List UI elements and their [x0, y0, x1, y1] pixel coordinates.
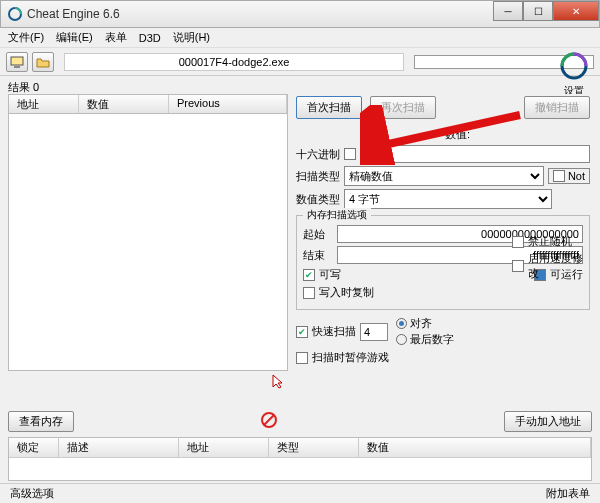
- bcol-desc[interactable]: 描述: [59, 438, 179, 457]
- menu-edit[interactable]: 编辑(E): [56, 30, 93, 45]
- speedhack-checkbox[interactable]: [512, 260, 524, 272]
- writable-label: 可写: [319, 267, 341, 282]
- bcol-lock[interactable]: 锁定: [9, 438, 59, 457]
- scan-type-select[interactable]: 精确数值: [344, 166, 544, 186]
- results-body[interactable]: [8, 114, 288, 371]
- value-input[interactable]: [360, 145, 590, 163]
- menubar: 文件(F) 编辑(E) 表单 D3D 说明(H): [0, 28, 600, 48]
- first-scan-button[interactable]: 首次扫描: [296, 96, 362, 119]
- titlebar: Cheat Engine 6.6 ─ ☐ ✕: [0, 0, 600, 28]
- folder-icon: [36, 55, 50, 69]
- bcol-type[interactable]: 类型: [269, 438, 359, 457]
- memory-scan-label: 内存扫描选项: [303, 208, 371, 222]
- col-previous[interactable]: Previous: [169, 95, 287, 113]
- maximize-button[interactable]: ☐: [523, 1, 553, 21]
- toolbar: 000017F4-dodge2.exe: [0, 48, 600, 76]
- open-file-button[interactable]: [32, 52, 54, 72]
- computer-icon: [10, 55, 24, 69]
- last-digits-label: 最后数字: [410, 332, 454, 347]
- address-list[interactable]: 锁定 描述 地址 类型 数值: [8, 437, 592, 481]
- table-extras[interactable]: 附加表单: [546, 486, 590, 501]
- no-random-checkbox[interactable]: [512, 236, 524, 248]
- writable-checkbox[interactable]: [303, 269, 315, 281]
- advanced-options[interactable]: 高级选项: [10, 486, 54, 501]
- pointer-icon[interactable]: [270, 373, 286, 391]
- last-digits-radio[interactable]: [396, 334, 407, 345]
- pause-checkbox[interactable]: [296, 352, 308, 364]
- start-label: 起始: [303, 227, 333, 242]
- no-entry-icon[interactable]: [260, 411, 278, 431]
- cow-checkbox[interactable]: [303, 287, 315, 299]
- add-address-button[interactable]: 手动加入地址: [504, 411, 592, 432]
- results-header: 地址 数值 Previous: [8, 94, 288, 114]
- menu-d3d[interactable]: D3D: [139, 32, 161, 44]
- view-memory-button[interactable]: 查看内存: [8, 411, 74, 432]
- open-process-button[interactable]: [6, 52, 28, 72]
- menu-table[interactable]: 表单: [105, 30, 127, 45]
- settings-logo[interactable]: 设置: [556, 50, 592, 98]
- window-title: Cheat Engine 6.6: [27, 7, 120, 21]
- svg-rect-1: [11, 57, 23, 65]
- hex-label: 十六进制: [296, 147, 340, 162]
- ce-logo-icon: [558, 50, 590, 82]
- value-type-select[interactable]: 4 字节: [344, 189, 552, 209]
- align-radio[interactable]: [396, 318, 407, 329]
- fast-scan-checkbox[interactable]: [296, 326, 308, 338]
- app-icon: [7, 6, 23, 22]
- bcol-value[interactable]: 数值: [359, 438, 591, 457]
- results-pane: 地址 数值 Previous: [8, 94, 288, 393]
- cow-label: 写入时复制: [319, 285, 374, 300]
- col-address[interactable]: 地址: [9, 95, 79, 113]
- value-label: 数值:: [445, 127, 470, 142]
- fast-scan-value[interactable]: [360, 323, 388, 341]
- undo-scan-button: 撤销扫描: [524, 96, 590, 119]
- svg-rect-2: [14, 66, 20, 68]
- process-name: 000017F4-dodge2.exe: [64, 53, 404, 71]
- stop-label: 结束: [303, 248, 333, 263]
- col-value[interactable]: 数值: [79, 95, 169, 113]
- hex-checkbox[interactable]: [344, 148, 356, 160]
- fast-scan-label: 快速扫描: [312, 324, 356, 339]
- speedhack-label: 启用速度修改: [528, 251, 592, 281]
- no-random-label: 禁止随机: [528, 234, 572, 249]
- close-button[interactable]: ✕: [553, 1, 599, 21]
- svg-line-6: [264, 415, 274, 425]
- not-label: Not: [568, 170, 585, 182]
- scan-options-pane: 首次扫描 再次扫描 撤销扫描 数值: 十六进制 扫描类型 精确数值 Not 数值…: [294, 94, 592, 393]
- pause-label: 扫描时暂停游戏: [312, 350, 389, 365]
- value-type-label: 数值类型: [296, 192, 340, 207]
- menu-file[interactable]: 文件(F): [8, 30, 44, 45]
- bcol-addr[interactable]: 地址: [179, 438, 269, 457]
- menu-help[interactable]: 说明(H): [173, 30, 210, 45]
- not-checkbox[interactable]: [553, 170, 565, 182]
- results-count: 结果 0: [8, 80, 39, 95]
- align-label: 对齐: [410, 316, 432, 331]
- address-list-header: 锁定 描述 地址 类型 数值: [9, 438, 591, 458]
- minimize-button[interactable]: ─: [493, 1, 523, 21]
- scan-type-label: 扫描类型: [296, 169, 340, 184]
- mid-toolbar: 查看内存 手动加入地址: [8, 409, 592, 433]
- statusbar: 高级选项 附加表单: [0, 483, 600, 503]
- next-scan-button: 再次扫描: [370, 96, 436, 119]
